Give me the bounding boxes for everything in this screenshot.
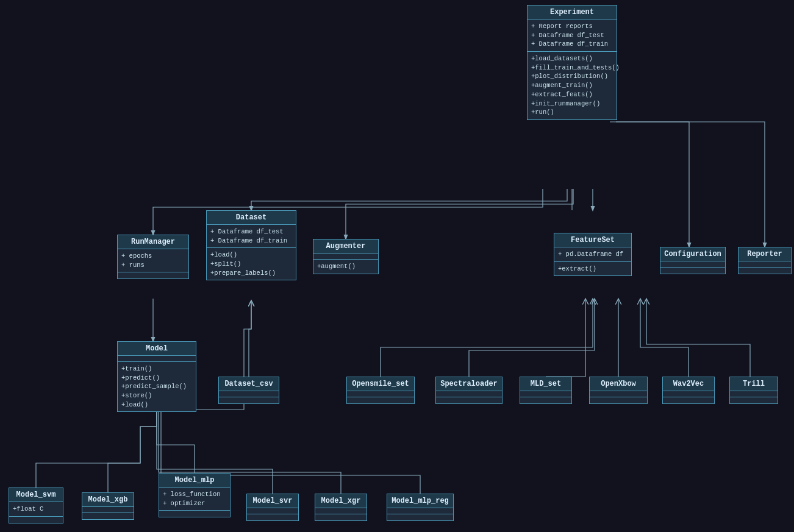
trill-methods bbox=[730, 397, 778, 403]
dataset-method-0: +load() bbox=[210, 250, 292, 260]
model-svr-methods bbox=[247, 514, 298, 520]
model-xgb-methods bbox=[82, 513, 134, 519]
model-method-3: +store() bbox=[121, 391, 192, 400]
runmanager-methods bbox=[118, 272, 188, 278]
model-mlp-attrs: + loss_function + optimizer bbox=[159, 488, 230, 511]
model-svm-methods bbox=[9, 517, 63, 523]
model-mlp-reg-methods bbox=[387, 514, 453, 520]
featureset-method-0: +extract() bbox=[558, 264, 628, 274]
wav2vec-methods bbox=[663, 397, 714, 403]
dataset-title: Dataset bbox=[207, 211, 296, 225]
wav2vec-attrs bbox=[663, 391, 714, 397]
runmanager-class: RunManager + epochs + runs bbox=[117, 235, 189, 279]
model-method-2: +predict_sample() bbox=[121, 382, 192, 391]
experiment-method-5: +init_runmanager() bbox=[531, 99, 613, 108]
model-title: Model bbox=[118, 342, 196, 356]
opensmile-set-title: Opensmile_set bbox=[347, 377, 414, 391]
augmenter-methods: +augment() bbox=[313, 260, 378, 274]
configuration-class: Configuration bbox=[660, 247, 726, 274]
openxbow-attrs bbox=[590, 391, 647, 397]
mld-set-attrs bbox=[520, 391, 571, 397]
augmenter-class: Augmenter +augment() bbox=[313, 239, 379, 274]
model-method-0: +train() bbox=[121, 364, 192, 374]
model-class: Model +train() +predict() +predict_sampl… bbox=[117, 341, 196, 412]
spectraloader-title: Spectraloader bbox=[436, 377, 502, 391]
augmenter-attrs bbox=[313, 254, 378, 260]
model-xgr-title: Model_xgr bbox=[315, 494, 367, 508]
model-svm-attrs: +float C bbox=[9, 502, 63, 517]
model-attrs bbox=[118, 356, 196, 362]
model-xgr-methods bbox=[315, 514, 367, 520]
reporter-attrs bbox=[739, 261, 791, 268]
model-svr-attrs bbox=[247, 508, 298, 514]
dataset-method-1: +split() bbox=[210, 260, 292, 269]
dataset-attr-0: + Dataframe df_test bbox=[210, 227, 292, 236]
model-svr-title: Model_svr bbox=[247, 494, 298, 508]
experiment-methods: +load_datasets() +fill_train_and_tests()… bbox=[528, 52, 617, 119]
runmanager-attr-1: + runs bbox=[121, 261, 185, 270]
experiment-attr-0: + Report reports bbox=[531, 22, 613, 31]
configuration-methods bbox=[660, 268, 725, 274]
runmanager-title: RunManager bbox=[118, 235, 188, 249]
featureset-methods: +extract() bbox=[554, 262, 631, 276]
model-mlp-reg-class: Model_mlp_reg bbox=[387, 494, 454, 521]
augmenter-method-0: +augment() bbox=[317, 262, 374, 271]
opensmile-set-attrs bbox=[347, 391, 414, 397]
experiment-method-1: +fill_train_and_tests() bbox=[531, 63, 613, 73]
model-xgr-attrs bbox=[315, 508, 367, 514]
featureset-attr-0: + pd.Dataframe df bbox=[558, 250, 628, 259]
dataset-attrs: + Dataframe df_test + Dataframe df_train bbox=[207, 225, 296, 248]
featureset-class: FeatureSet + pd.Dataframe df +extract() bbox=[554, 233, 632, 276]
experiment-attr-1: + Dataframe df_test bbox=[531, 31, 613, 40]
dataset-attr-1: + Dataframe df_train bbox=[210, 236, 292, 246]
experiment-attr-2: + Dataframe df_train bbox=[531, 40, 613, 49]
reporter-title: Reporter bbox=[739, 247, 791, 261]
wav2vec-class: Wav2Vec bbox=[662, 377, 715, 404]
experiment-attrs: + Report reports + Dataframe df_test + D… bbox=[528, 20, 617, 52]
dataset-csv-attrs bbox=[219, 391, 279, 397]
spectraloader-class: Spectraloader bbox=[435, 377, 503, 404]
model-xgb-title: Model_xgb bbox=[82, 493, 134, 507]
wav2vec-title: Wav2Vec bbox=[663, 377, 714, 391]
model-svm-title: Model_svm bbox=[9, 488, 63, 502]
model-mlp-methods bbox=[159, 511, 230, 517]
model-mlp-reg-title: Model_mlp_reg bbox=[387, 494, 453, 508]
model-svr-class: Model_svr bbox=[246, 494, 299, 521]
experiment-method-4: +extract_feats() bbox=[531, 90, 613, 99]
model-method-4: +load() bbox=[121, 400, 192, 410]
openxbow-methods bbox=[590, 397, 647, 403]
experiment-method-0: +load_datasets() bbox=[531, 54, 613, 63]
augmenter-title: Augmenter bbox=[313, 239, 378, 254]
model-mlp-attr-0: + loss_function bbox=[163, 490, 226, 499]
openxbow-class: OpenXbow bbox=[589, 377, 648, 404]
reporter-class: Reporter bbox=[738, 247, 792, 274]
experiment-method-6: +run() bbox=[531, 108, 613, 117]
runmanager-attrs: + epochs + runs bbox=[118, 249, 188, 272]
model-method-1: +predict() bbox=[121, 374, 192, 383]
dataset-csv-title: Dataset_csv bbox=[219, 377, 279, 391]
experiment-title: Experiment bbox=[528, 5, 617, 20]
model-xgr-class: Model_xgr bbox=[315, 494, 367, 521]
model-mlp-title: Model_mlp bbox=[159, 473, 230, 488]
configuration-attrs bbox=[660, 261, 725, 268]
model-svm-attr-0: +float C bbox=[13, 505, 59, 514]
spectraloader-methods bbox=[436, 397, 502, 403]
opensmile-set-class: Opensmile_set bbox=[346, 377, 415, 404]
openxbow-title: OpenXbow bbox=[590, 377, 647, 391]
reporter-methods bbox=[739, 268, 791, 274]
model-mlp-class: Model_mlp + loss_function + optimizer bbox=[159, 473, 231, 517]
dataset-method-2: +prepare_labels() bbox=[210, 269, 292, 278]
runmanager-attr-0: + epochs bbox=[121, 252, 185, 261]
model-svm-class: Model_svm +float C bbox=[9, 488, 63, 523]
mld-set-class: MLD_set bbox=[520, 377, 572, 404]
diagram-container: Experiment + Report reports + Dataframe … bbox=[0, 0, 794, 532]
model-methods: +train() +predict() +predict_sample() +s… bbox=[118, 362, 196, 411]
model-mlp-reg-attrs bbox=[387, 508, 453, 514]
dataset-csv-class: Dataset_csv bbox=[218, 377, 279, 404]
model-xgb-attrs bbox=[82, 507, 134, 513]
experiment-class: Experiment + Report reports + Dataframe … bbox=[527, 5, 617, 120]
model-mlp-attr-1: + optimizer bbox=[163, 499, 226, 508]
experiment-method-3: +augment_train() bbox=[531, 81, 613, 90]
featureset-attrs: + pd.Dataframe df bbox=[554, 247, 631, 262]
experiment-method-2: +plot_distribution() bbox=[531, 72, 613, 81]
